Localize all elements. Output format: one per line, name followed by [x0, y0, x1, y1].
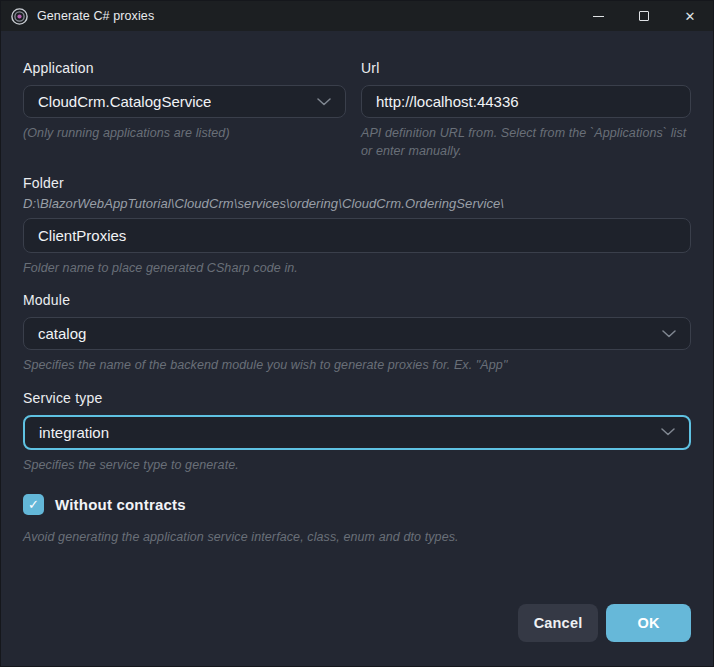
without-contracts-row: ✓ Without contracts [23, 494, 691, 515]
application-field: Application CloudCrm.CatalogService (Onl… [23, 61, 346, 160]
without-contracts-label: Without contracts [55, 496, 186, 513]
application-label: Application [23, 61, 346, 76]
module-select[interactable]: catalog [23, 317, 691, 350]
minimize-button[interactable] [575, 1, 621, 31]
without-contracts-checkbox[interactable]: ✓ [23, 494, 44, 515]
folder-field: Folder D:\BlazorWebAppTutorial\CloudCrm\… [23, 176, 691, 277]
ok-button[interactable]: OK [606, 604, 691, 642]
url-input[interactable] [361, 85, 691, 118]
dialog-body: Application CloudCrm.CatalogService (Onl… [1, 31, 713, 546]
maximize-icon [639, 11, 649, 21]
application-hint: (Only running applications are listed) [23, 124, 346, 142]
window-title: Generate C# proxies [37, 9, 154, 23]
folder-input[interactable] [23, 218, 691, 253]
dialog-footer: Cancel OK [518, 604, 691, 642]
cancel-button[interactable]: Cancel [518, 604, 598, 642]
check-icon: ✓ [28, 498, 39, 511]
title-bar: Generate C# proxies ✕ [1, 1, 713, 31]
dialog-generate-csharp-proxies: Generate C# proxies ✕ Application CloudC… [0, 0, 714, 667]
chevron-down-icon [662, 330, 676, 338]
service-type-field: Service type integration Specifies the s… [23, 391, 691, 474]
application-select-value: CloudCrm.CatalogService [38, 93, 211, 110]
module-select-value: catalog [38, 325, 86, 342]
service-type-hint: Specifies the service type to generate. [23, 456, 691, 474]
app-logo-icon [11, 8, 28, 25]
maximize-button[interactable] [621, 1, 667, 31]
module-label: Module [23, 293, 691, 308]
folder-hint: Folder name to place generated CSharp co… [23, 259, 691, 277]
close-icon: ✕ [685, 10, 696, 23]
module-hint: Specifies the name of the backend module… [23, 356, 691, 374]
folder-path: D:\BlazorWebAppTutorial\CloudCrm\service… [23, 196, 691, 211]
url-field: Url API definition URL from. Select from… [361, 61, 691, 160]
close-button[interactable]: ✕ [667, 1, 713, 31]
service-type-label: Service type [23, 391, 691, 406]
service-type-select-value: integration [39, 424, 109, 441]
url-label: Url [361, 61, 691, 76]
chevron-down-icon [317, 98, 331, 106]
service-type-select[interactable]: integration [23, 415, 691, 450]
chevron-down-icon [661, 428, 675, 436]
window-controls: ✕ [575, 1, 713, 31]
application-select[interactable]: CloudCrm.CatalogService [23, 85, 346, 118]
minimize-icon [593, 16, 604, 17]
without-contracts-hint: Avoid generating the application service… [23, 528, 691, 546]
module-field: Module catalog Specifies the name of the… [23, 293, 691, 374]
url-hint: API definition URL from. Select from the… [361, 124, 691, 160]
folder-label: Folder [23, 176, 691, 191]
